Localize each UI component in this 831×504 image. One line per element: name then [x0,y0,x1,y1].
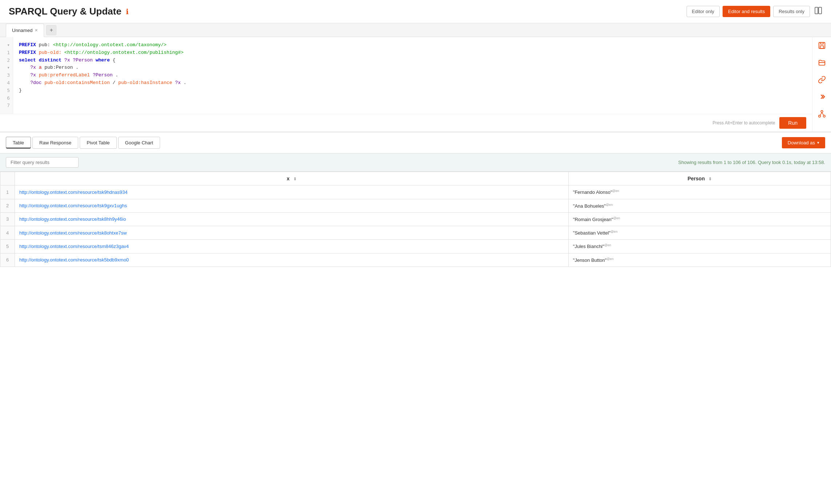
line-numbers: ▾ 1 2 ▾ 3 4 5 6 7 [0,37,13,114]
line-num-7: 7 [3,102,10,109]
editor-main: ▾ 1 2 ▾ 3 4 5 6 7 PREFIX pub: <http://on… [0,37,812,132]
editor-container: ▾ 1 2 ▾ 3 4 5 6 7 PREFIX pub: <http://on… [0,37,831,132]
code-line-3: select distinct ?x ?Person where { [19,57,806,64]
cell-x: http://ontology.ontotext.com/resource/ts… [15,240,569,253]
cell-rownum: 6 [0,253,15,267]
tab-raw-response[interactable]: Raw Response [32,137,78,149]
results-tbody: 1 http://ontology.ontotext.com/resource/… [0,185,831,267]
lang-tag: @en [613,216,620,220]
cell-person: "Jules Bianchi"@en [568,240,831,253]
info-icon[interactable]: ℹ [126,7,129,16]
table-row: 1 http://ontology.ontotext.com/resource/… [0,185,831,199]
cell-x: http://ontology.ontotext.com/resource/ts… [15,212,569,226]
svg-rect-1 [819,7,822,14]
cell-x: http://ontology.ontotext.com/resource/ts… [15,199,569,212]
cell-x: http://ontology.ontotext.com/resource/ts… [15,226,569,240]
app-header: SPARQL Query & Update ℹ Editor only Edit… [0,0,831,23]
code-line-2: PREFIX pub-old: <http://ontology.ontotex… [19,49,806,57]
code-content[interactable]: PREFIX pub: <http://ontology.ontotext.co… [13,37,812,114]
svg-line-8 [822,112,824,115]
line-num-5: 5 [3,87,10,95]
col-header-person[interactable]: Person ⇕ [568,172,831,185]
lang-tag: @en [611,230,617,233]
sort-arrows-x: ⇕ [293,177,297,181]
code-line-4: ?x a pub:Person . [19,64,806,72]
results-section: Table Raw Response Pivot Table Google Ch… [0,132,831,267]
download-label: Download as [788,140,815,145]
expand-icon[interactable] [818,93,826,103]
editor-sidebar [812,37,831,132]
svg-rect-3 [820,46,823,48]
lang-tag: @en [612,189,619,193]
results-tabs-bar: Table Raw Response Pivot Table Google Ch… [0,132,831,153]
code-line-7: } [19,87,806,95]
cell-x: http://ontology.ontotext.com/resource/ts… [15,185,569,199]
col-header-x[interactable]: x ⇕ [15,172,569,185]
cell-person: "Fernando Alonso"@en [568,185,831,199]
run-area: Press Alt+Enter to autocomplete Run [0,114,812,132]
workflows-icon[interactable] [818,110,826,120]
tab-pivot-table[interactable]: Pivot Table [80,137,116,149]
line-num-1: ▾ 1 [3,41,10,57]
tab-close-icon[interactable]: ✕ [35,28,38,33]
cell-rownum: 5 [0,240,15,253]
cell-rownum: 4 [0,226,15,240]
line-num-3: ▾ 3 [3,64,10,79]
line-num-6: 6 [3,95,10,102]
table-row: 5 http://ontology.ontotext.com/resource/… [0,240,831,253]
cell-x-link[interactable]: http://ontology.ontotext.com/resource/ts… [19,244,129,249]
autocomplete-hint: Press Alt+Enter to autocomplete [713,120,775,125]
lang-tag: @en [606,203,613,207]
cell-x-link[interactable]: http://ontology.ontotext.com/resource/ts… [19,203,127,208]
editor-and-results-button[interactable]: Editor and results [723,6,770,17]
tab-unnamed[interactable]: Unnamed ✕ [6,24,44,37]
cell-person: "Jenson Button"@en [568,253,831,267]
cell-x-link[interactable]: http://ontology.ontotext.com/resource/ts… [19,216,126,222]
cell-person: "Romain Grosjean"@en [568,212,831,226]
result-tab-list: Table Raw Response Pivot Table Google Ch… [6,137,160,149]
sort-arrows-person: ⇕ [708,177,712,181]
split-layout-icon[interactable] [814,7,822,16]
cell-x: http://ontology.ontotext.com/resource/ts… [15,253,569,267]
app-title: SPARQL Query & Update [9,6,122,17]
tab-google-chart[interactable]: Google Chart [118,137,160,149]
table-row: 2 http://ontology.ontotext.com/resource/… [0,199,831,212]
tab-table[interactable]: Table [6,137,31,149]
header-left: SPARQL Query & Update ℹ [9,6,129,17]
save-icon[interactable] [818,41,826,51]
folder-open-icon[interactable] [818,59,826,68]
results-only-button[interactable]: Results only [773,6,810,17]
code-editor[interactable]: ▾ 1 2 ▾ 3 4 5 6 7 PREFIX pub: <http://on… [0,37,812,114]
header-right: Editor only Editor and results Results o… [687,6,822,17]
run-button[interactable]: Run [779,117,806,129]
line-num-2: 2 [3,57,10,64]
code-line-1: PREFIX pub: <http://ontology.ontotext.co… [19,41,806,49]
filter-input[interactable] [6,157,79,168]
editor-only-button[interactable]: Editor only [687,6,720,17]
cell-x-link[interactable]: http://ontology.ontotext.com/resource/ts… [19,230,127,236]
filter-bar: Showing results from 1 to 106 of 106. Qu… [0,153,831,172]
link-icon[interactable] [818,76,826,85]
svg-point-4 [821,111,823,113]
cell-person: "Sebastian Vettel"@en [568,226,831,240]
add-tab-button[interactable]: + [46,25,56,35]
query-tabs-bar: Unnamed ✕ + [0,23,831,37]
svg-point-6 [823,115,825,117]
tab-label: Unnamed [12,28,32,33]
cell-rownum: 2 [0,199,15,212]
table-row: 6 http://ontology.ontotext.com/resource/… [0,253,831,267]
code-line-6: ?doc pub-old:containsMention / pub-old:h… [19,79,806,87]
table-header-row: x ⇕ Person ⇕ [0,172,831,185]
cell-person: "Ana Bohueles"@en [568,199,831,212]
cell-x-link[interactable]: http://ontology.ontotext.com/resource/ts… [19,257,129,263]
results-table: x ⇕ Person ⇕ 1 http://ontology.ontotext.… [0,172,831,267]
table-row: 3 http://ontology.ontotext.com/resource/… [0,212,831,226]
svg-line-7 [820,112,822,115]
download-as-button[interactable]: Download as ▾ [782,137,825,148]
line-num-4: 4 [3,79,10,87]
results-info: Showing results from 1 to 106 of 106. Qu… [678,160,825,165]
col-header-rownum [0,172,15,185]
results-table-container: x ⇕ Person ⇕ 1 http://ontology.ontotext.… [0,172,831,267]
cell-x-link[interactable]: http://ontology.ontotext.com/resource/ts… [19,189,128,195]
cell-rownum: 1 [0,185,15,199]
